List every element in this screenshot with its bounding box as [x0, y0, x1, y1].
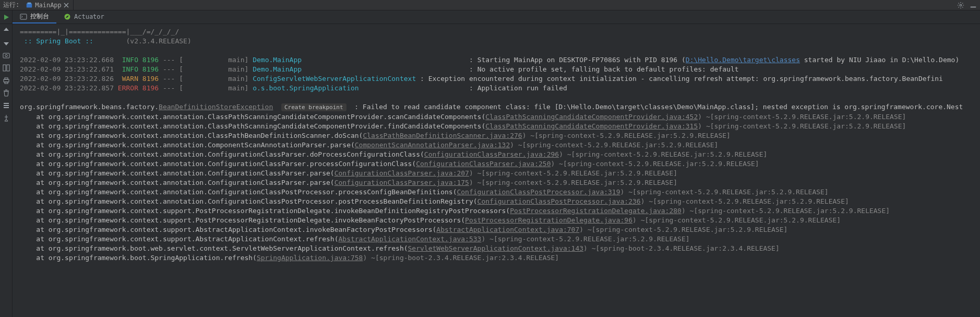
svg-rect-3 — [971, 6, 976, 7]
svg-rect-6 — [3, 53, 9, 58]
source-link[interactable]: AbstractApplicationContext.java:533 — [338, 235, 481, 243]
spring-icon — [64, 13, 71, 20]
banner-line: =========|_|==============|___/=/_/_/_/ — [20, 28, 179, 36]
stack-frame: at org.springframework.context.annotatio… — [20, 169, 677, 177]
run-button[interactable] — [0, 10, 13, 24]
source-link[interactable]: ClassPathScanningCandidateComponentProvi… — [485, 122, 698, 130]
tool-window-tabs: 控制台 Actuator — [0, 10, 980, 24]
source-link[interactable]: ServletWebServerApplicationContext.java:… — [408, 244, 584, 252]
svg-rect-4 — [20, 14, 27, 19]
log-row: 2022-02-09 23:23:22.671 INFO 8196 --- [ … — [20, 65, 739, 73]
file-link[interactable]: D:\Hello.Demo\target\classes — [686, 56, 800, 64]
log-row: 2022-02-09 23:23:22.826 WARN 8196 --- [ … — [20, 75, 943, 83]
pin-icon[interactable] — [2, 114, 10, 122]
stack-frame: at org.springframework.context.annotatio… — [20, 150, 767, 158]
run-config-name: MainApp — [35, 2, 62, 9]
stack-frame: at org.springframework.context.support.A… — [20, 226, 787, 233]
stack-frame: at org.springframework.context.annotatio… — [20, 122, 906, 130]
source-link[interactable]: ComponentScanAnnotationParser.java:132 — [355, 141, 510, 149]
log-row: 2022-02-09 23:23:22.857 ERROR 8196 --- [… — [20, 84, 567, 92]
source-link[interactable]: ClassPathScanningCandidateComponentProvi… — [485, 113, 698, 121]
stack-frame: at org.springframework.context.annotatio… — [20, 113, 906, 121]
exception-class-link[interactable]: BeanDefinitionStoreException — [159, 103, 273, 111]
svg-rect-9 — [7, 65, 9, 71]
source-link[interactable]: PostProcessorRegistrationDelegate.java:2… — [510, 207, 682, 215]
spring-boot-version: (v2.3.4.RELEASE) — [126, 37, 192, 45]
source-link[interactable]: SpringApplication.java:758 — [257, 254, 363, 262]
logger-name: Demo.MainApp — [253, 65, 302, 73]
tab-actuator-label: Actuator — [74, 13, 104, 20]
logger-name: o.s.boot.SpringApplication — [253, 84, 359, 92]
svg-rect-15 — [4, 107, 9, 108]
print-icon[interactable] — [2, 76, 10, 85]
svg-rect-14 — [4, 105, 9, 106]
svg-point-7 — [5, 54, 7, 56]
exception-line: org.springframework.beans.factory.BeanDe… — [20, 103, 963, 111]
tab-console[interactable]: 控制台 — [13, 10, 56, 24]
run-label: 运行: — [3, 1, 19, 9]
svg-rect-11 — [5, 78, 8, 79]
source-link[interactable]: AbstractApplicationContext.java:707 — [436, 226, 579, 233]
source-link[interactable]: ConfigurationClassParser.java:175 — [334, 179, 469, 186]
stack-frame: at org.springframework.boot.web.servlet.… — [20, 244, 780, 252]
stack-frame: at org.springframework.boot.SpringApplic… — [20, 254, 559, 262]
svg-rect-1 — [28, 2, 31, 4]
arrow-up-icon[interactable] — [2, 26, 10, 34]
run-config-tab[interactable]: MainApp — [21, 0, 74, 10]
stack-frame: at org.springframework.context.annotatio… — [20, 132, 731, 139]
svg-rect-0 — [27, 3, 32, 7]
stack-frame: at org.springframework.context.annotatio… — [20, 197, 849, 205]
console-toolbar — [0, 24, 13, 317]
stack-frame: at org.springframework.context.annotatio… — [20, 188, 829, 196]
logger-name: ConfigServletWebServerApplicationContext — [253, 75, 416, 83]
source-link[interactable]: ConfigurationClassParser.java:250 — [416, 160, 551, 168]
stack-frame: at org.springframework.context.support.P… — [20, 207, 890, 215]
logger-name: Demo.MainApp — [253, 56, 302, 64]
run-header: 运行: MainApp — [0, 0, 980, 10]
console-icon — [20, 13, 27, 20]
stack-frame: at org.springframework.context.annotatio… — [20, 141, 718, 149]
play-icon — [3, 14, 9, 20]
app-icon — [26, 2, 33, 9]
svg-point-2 — [960, 4, 962, 6]
close-icon[interactable] — [64, 3, 69, 8]
svg-rect-10 — [4, 79, 9, 82]
gear-icon[interactable] — [957, 2, 964, 9]
top-tool-tray — [957, 2, 977, 9]
stack-frame: at org.springframework.context.support.A… — [20, 235, 690, 243]
stack-frame: at org.springframework.context.annotatio… — [20, 160, 759, 168]
stack-frame: at org.springframework.context.support.P… — [20, 216, 841, 224]
stack-frame: at org.springframework.context.annotatio… — [20, 179, 677, 186]
trash-icon[interactable] — [2, 89, 10, 97]
svg-rect-13 — [4, 103, 9, 104]
source-link[interactable]: PostProcessorRegistrationDelegate.java:9… — [465, 216, 632, 224]
layout-icon[interactable] — [2, 64, 10, 72]
source-link[interactable]: ConfigurationClassParser.java:296 — [424, 150, 559, 158]
svg-rect-8 — [3, 65, 6, 71]
arrow-down-icon[interactable] — [2, 39, 10, 47]
tab-console-label: 控制台 — [30, 12, 49, 21]
create-breakpoint-button[interactable]: Create breakpoint — [281, 103, 346, 111]
snapshot-icon[interactable] — [2, 51, 10, 60]
source-link[interactable]: ConfigurationClassPostProcessor.java:236 — [477, 197, 641, 205]
log-row: 2022-02-09 23:23:22.668 INFO 8196 --- [ … — [20, 56, 959, 64]
minimize-icon[interactable] — [970, 2, 977, 9]
svg-rect-12 — [5, 82, 8, 84]
tab-actuator[interactable]: Actuator — [56, 10, 112, 24]
source-link[interactable]: ConfigurationClassParser.java:207 — [334, 169, 469, 177]
spring-boot-tag: :: Spring Boot :: — [24, 37, 93, 45]
source-link[interactable]: ConfigurationClassPostProcessor.java:319 — [457, 188, 620, 196]
source-link[interactable]: ClassPathBeanDefinitionScanner.java:276 — [363, 132, 522, 139]
stack-icon[interactable] — [2, 101, 10, 110]
console-output[interactable]: =========|_|==============|___/=/_/_/_/ … — [13, 24, 980, 317]
